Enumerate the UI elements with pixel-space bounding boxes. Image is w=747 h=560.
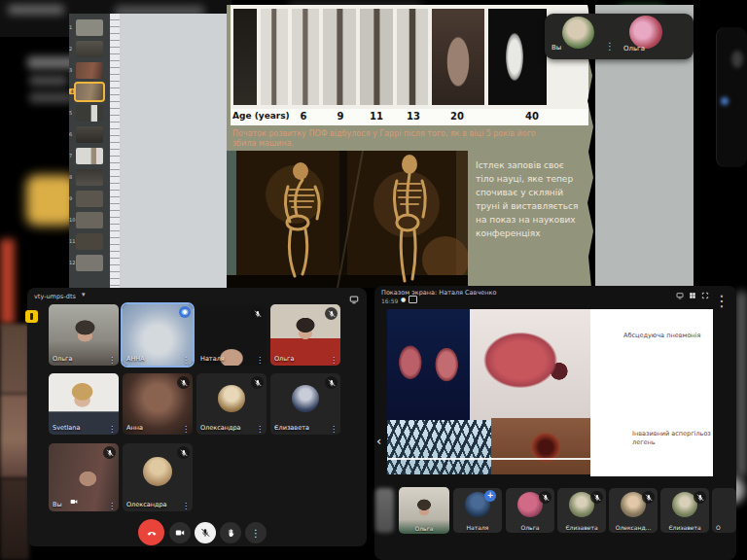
- strip-tile-partial[interactable]: О: [712, 488, 736, 533]
- participant-tile[interactable]: Ольга ⋮: [49, 304, 119, 366]
- slide-number-selected: 4: [69, 88, 75, 94]
- strip-tile[interactable]: Олександ...: [609, 488, 658, 533]
- participant-tile[interactable]: Олександра ⋮: [196, 373, 267, 435]
- slide-number: 5: [69, 110, 75, 116]
- strip-participant-name: О: [716, 524, 736, 531]
- participant-name: Ольга: [274, 355, 295, 363]
- strip-tile-partial[interactable]: [375, 488, 394, 533]
- mic-muted-icon: [177, 376, 190, 389]
- participant-tile[interactable]: Ольга ⋮: [270, 304, 340, 366]
- participant-tile[interactable]: Наталя ⋮: [196, 304, 267, 366]
- raise-hand-button[interactable]: [220, 522, 241, 543]
- strip-tile[interactable]: Ольга: [506, 488, 554, 533]
- participant-tile-you[interactable]: Вы ⋮: [49, 443, 119, 511]
- participant-tile[interactable]: Олександра ⋮: [123, 443, 193, 511]
- slide-thumbnail[interactable]: [76, 19, 103, 36]
- meeting-caret-icon[interactable]: ▾: [82, 291, 86, 298]
- age-value: 11: [367, 111, 386, 122]
- participant-name: Анна: [126, 424, 143, 432]
- strip-participant-name: Наталя: [453, 524, 502, 531]
- scroll-left-icon[interactable]: ‹: [376, 434, 381, 448]
- blurred-photo: [0, 478, 29, 560]
- share-scrollbar-handle[interactable]: [603, 452, 616, 465]
- cast-icon[interactable]: [349, 295, 359, 304]
- telemost-app-icon[interactable]: [25, 310, 38, 323]
- slide-thumbnail[interactable]: [76, 212, 103, 228]
- participant-tile[interactable]: ◉ АННА ⋮: [123, 304, 193, 366]
- participant-name: Наталя: [200, 355, 225, 363]
- strip-tile[interactable]: + Наталя: [453, 488, 502, 533]
- slide-thumbnail[interactable]: [76, 191, 103, 207]
- more-icon[interactable]: ⋮: [714, 292, 729, 310]
- strip-participant-name: Ольга: [506, 524, 554, 531]
- slide-thumbnail[interactable]: [76, 255, 103, 271]
- tile-menu-icon[interactable]: ⋮: [182, 502, 190, 510]
- slide-thumbnail[interactable]: [76, 148, 103, 164]
- age-axis-label: Age (years): [232, 111, 290, 121]
- tile-menu-icon[interactable]: ⋮: [182, 356, 190, 365]
- aspergillosis-label: Інвазивний аспергільоз легень: [632, 430, 716, 447]
- slide-thumbnail[interactable]: [76, 105, 103, 122]
- blurred-text: [29, 92, 74, 103]
- meeting-code[interactable]: vty-umps-dts: [34, 293, 76, 300]
- tile-menu-icon[interactable]: ⋮: [256, 425, 264, 434]
- slide-thumbnail[interactable]: [76, 62, 103, 79]
- slide-caption: Початок розвитку ПОФ відбулося у Гаррі п…: [232, 129, 585, 149]
- strip-tile[interactable]: Єлизавета: [660, 488, 709, 533]
- share-title: Показом экрана: Наталя Савченко: [381, 289, 496, 297]
- blurred-title-text: [8, 5, 64, 15]
- tile-menu-icon[interactable]: ⋮: [108, 502, 116, 510]
- mic-muted-icon: [642, 491, 655, 504]
- slide-thumbnail[interactable]: [76, 169, 103, 186]
- slide-number: 2: [69, 46, 75, 52]
- participant-avatar: [292, 385, 319, 412]
- strip-tile[interactable]: Єлизавета: [557, 488, 606, 533]
- phone-object: [716, 27, 747, 167]
- share-scrollbar-track[interactable]: [387, 458, 681, 460]
- slide-thumbnail[interactable]: [76, 126, 103, 143]
- participant-tile[interactable]: Анна ⋮: [123, 373, 193, 435]
- slide-number: 7: [69, 153, 75, 158]
- share-screen-icon[interactable]: [676, 292, 684, 299]
- pip-window-icon[interactable]: [409, 296, 417, 303]
- blurred-red-strip: [0, 239, 15, 325]
- tile-menu-icon[interactable]: ⋮: [330, 425, 338, 434]
- age-photo: [397, 9, 428, 105]
- age-numbers-row: Age (years) 6 9 11 13 20 40: [231, 109, 588, 125]
- mic-muted-button[interactable]: [195, 522, 216, 543]
- participant-tile[interactable]: Єлизавета ⋮: [270, 373, 340, 435]
- participant-tile[interactable]: Svetlana ⋮: [49, 373, 119, 435]
- more-options-button[interactable]: ⋮: [245, 522, 267, 543]
- avatar-olga[interactable]: [629, 16, 662, 49]
- grid-view-icon[interactable]: [689, 292, 696, 299]
- tile-menu-icon[interactable]: ⋮: [256, 356, 264, 365]
- tile-menu-icon[interactable]: ⋮: [108, 356, 116, 365]
- mic-muted-icon: [694, 491, 706, 504]
- slide-thumbnail[interactable]: [76, 41, 103, 57]
- slide-thumbnail-selected[interactable]: [76, 84, 103, 100]
- pneumonia-label: Абсцедуюча пневмонія: [623, 332, 700, 339]
- lungs-specimen-image: [387, 309, 470, 420]
- camera-icon[interactable]: [70, 491, 78, 509]
- slide-number: 10: [69, 217, 75, 223]
- strip-tile[interactable]: Ольга: [399, 487, 449, 534]
- hangup-button[interactable]: [138, 519, 164, 545]
- slide-number: 9: [69, 195, 75, 201]
- presentation-slide: Age (years) 6 9 11 13 20 40 Початок розв…: [227, 5, 595, 288]
- phone-screen-dot: [721, 97, 729, 105]
- editor-canvas[interactable]: [120, 14, 227, 288]
- fullscreen-icon[interactable]: [701, 292, 709, 299]
- strip-participant-name: Єлизавета: [557, 524, 606, 531]
- tile-menu-icon[interactable]: ⋮: [330, 356, 338, 365]
- participant-name: Вы: [53, 501, 62, 508]
- overlay-more-icon[interactable]: ⋮: [605, 41, 615, 52]
- age-photo: [360, 9, 393, 105]
- slide-thumbnail[interactable]: [76, 233, 103, 250]
- editor-ruler[interactable]: [110, 14, 120, 288]
- tile-menu-icon[interactable]: ⋮: [108, 425, 116, 434]
- strip-participant-name: Єлизавета: [660, 524, 709, 531]
- avatar-you[interactable]: [562, 17, 594, 49]
- tile-menu-icon[interactable]: ⋮: [182, 425, 190, 434]
- camera-toggle-button[interactable]: [169, 522, 191, 543]
- caption-line-2: збила машина.: [232, 139, 585, 149]
